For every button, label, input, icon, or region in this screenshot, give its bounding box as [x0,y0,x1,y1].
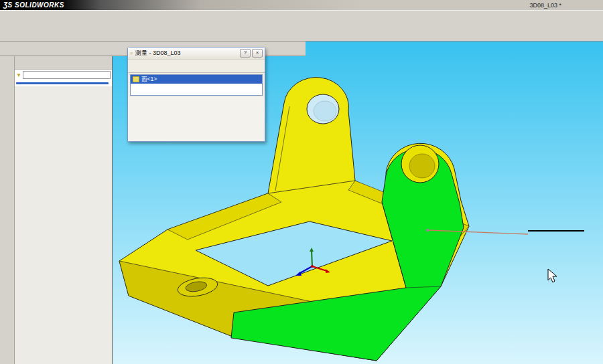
measure-selection-list[interactable]: 面<1> [130,74,263,96]
close-button[interactable]: × [252,49,263,58]
measure-results [128,97,265,141]
title-bar: ƷS SOLIDWORKS 3D08_L03 * [0,0,603,10]
measurement-callout [528,230,584,232]
manager-panel-tabs [15,56,112,70]
face-icon [133,76,139,82]
document-title: 3D08_L03 * [529,2,561,9]
measure-dialog-toolbar [128,60,265,73]
measure-dialog: ⌕ 测量 - 3D08_L03 ? × 面<1> [127,47,265,142]
filter-funnel-icon: ▼ [16,72,21,78]
tree-filter-input[interactable] [23,71,111,79]
tree-filter-row: ▼ [15,70,112,80]
command-manager-toolbar [0,10,603,41]
measure-dialog-titlebar[interactable]: ⌕ 测量 - 3D08_L03 ? × [128,48,265,60]
selected-entity-row[interactable]: 面<1> [131,75,262,84]
measure-icon: ⌕ [130,50,133,57]
annotation-toolbar [0,56,15,364]
rollback-bar[interactable] [16,82,109,84]
feature-manager-panel: ▼ [15,56,113,364]
sidebar: ▼ [0,56,113,364]
selected-entity-label: 面<1> [141,76,157,84]
main-area: ▼ ⌕ 测量 - 3D08_L03 ? × 面<1> [0,41,603,364]
mouse-cursor [548,269,557,282]
solidworks-window: ƷS SOLIDWORKS 3D08_L03 * [0,0,603,364]
measure-dialog-title: 测量 - 3D08_L03 [135,49,181,58]
help-button[interactable]: ? [240,49,251,58]
tree-empty-area [15,86,112,364]
feature-tree [15,80,112,81]
solidworks-logo: ƷS SOLIDWORKS [0,1,70,9]
